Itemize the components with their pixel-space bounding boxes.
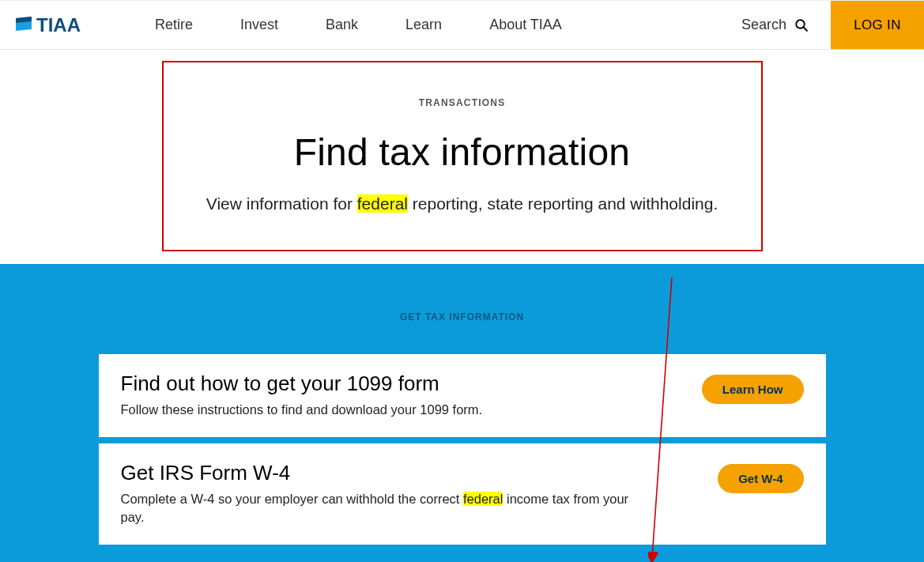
primary-nav: Retire Invest Bank Learn About TIAA [125,1,562,49]
hero-eyebrow: TRANSACTIONS [179,97,745,108]
card-desc: Follow these instructions to find and do… [121,401,483,418]
svg-line-2 [803,27,807,31]
card-w4: Get IRS Form W-4 Complete a W-4 so your … [99,443,826,546]
nav-learn[interactable]: Learn [405,17,442,33]
card-1099: Find out how to get your 1099 form Follo… [99,354,826,439]
nav-about[interactable]: About TIAA [489,17,562,33]
get-tax-info-section: GET TAX INFORMATION Find out how to get … [0,264,924,562]
learn-how-button[interactable]: Learn How [702,375,804,404]
hero-callout-box: TRANSACTIONS Find tax information View i… [162,61,763,251]
top-nav: TIAA Retire Invest Bank Learn About TIAA… [0,0,924,50]
nav-retire[interactable]: Retire [155,17,193,33]
logo-icon: TIAA [14,15,109,36]
hero-section: TRANSACTIONS Find tax information View i… [0,61,924,251]
highlight-federal-2: federal [463,492,503,506]
highlight-federal-1: federal [357,194,408,213]
nav-invest[interactable]: Invest [240,17,278,33]
card-title: Get IRS Form W-4 [121,461,643,485]
card-list: Find out how to get your 1099 form Follo… [99,354,826,546]
svg-point-1 [796,20,805,28]
hero-subtitle: View information for federal reporting, … [179,194,745,213]
get-w4-button[interactable]: Get W-4 [718,464,803,493]
card-desc: Complete a W-4 so your employer can with… [121,490,643,526]
logo[interactable]: TIAA [0,1,125,49]
search-label: Search [741,17,786,33]
card-title: Find out how to get your 1099 form [121,372,483,396]
page-title: Find tax information [179,130,745,174]
section-eyebrow: GET TAX INFORMATION [0,311,924,322]
search-button[interactable]: Search [741,1,831,49]
search-icon [794,18,809,32]
login-button[interactable]: LOG IN [831,1,924,49]
nav-bank[interactable]: Bank [326,17,358,33]
svg-text:TIAA: TIAA [36,15,81,36]
